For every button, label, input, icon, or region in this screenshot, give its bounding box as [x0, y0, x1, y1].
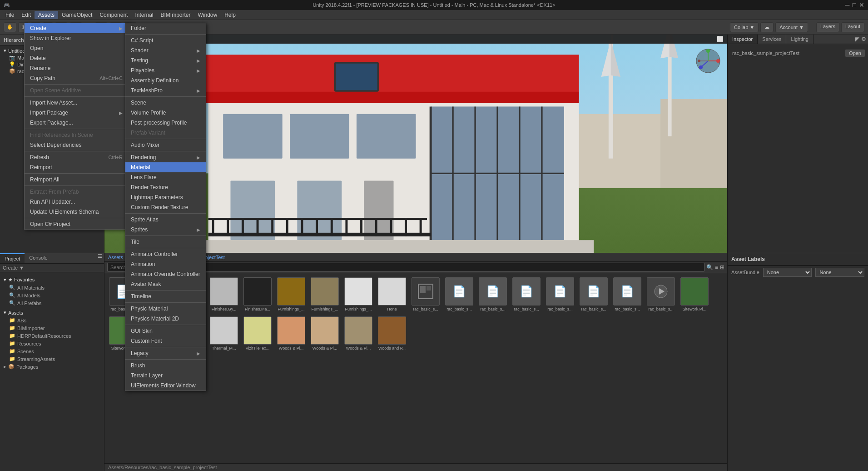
ctx-create-rendering[interactable]: Rendering▶	[125, 152, 206, 162]
ctx-create-textmeshpro[interactable]: TextMeshPro▶	[125, 85, 206, 95]
tab-services[interactable]: Services	[758, 35, 786, 44]
asset-woods-2[interactable]: Woods & Pl...	[309, 315, 341, 352]
asset-rac-play[interactable]: rac_basic_s...	[645, 276, 677, 313]
fav-materials[interactable]: 🔍 All Materials	[2, 284, 102, 291]
ctx-create-brush[interactable]: Brush	[125, 361, 206, 371]
ctx-create-sprite-atlas[interactable]: Sprite Atlas	[125, 215, 206, 225]
close-btn[interactable]: ✕	[859, 1, 864, 9]
folder-abs[interactable]: 📁 ABs	[2, 316, 102, 324]
asset-rac-file-2[interactable]: 📄 rac_basic_s...	[477, 276, 509, 313]
ctx-create-folder[interactable]: Folder	[125, 23, 206, 33]
maximize-btn[interactable]: □	[853, 1, 856, 9]
tab-project[interactable]: Project	[0, 253, 25, 263]
ctx-reimport-all[interactable]: Reimport All	[25, 175, 128, 185]
ctx-create-uielements[interactable]: UIElements Editor Window	[125, 381, 206, 391]
ctx-rename[interactable]: Rename	[25, 63, 128, 73]
favorites-header[interactable]: ▾ ★ Favorites	[2, 276, 102, 284]
ctx-create-avatar-mask[interactable]: Avatar Mask	[125, 279, 206, 289]
assets-header[interactable]: ▾ Assets	[2, 309, 102, 316]
ctx-create-material[interactable]: Material	[125, 162, 206, 172]
asset-finishes-ma[interactable]: Finishes.Ma...	[242, 276, 273, 313]
ctx-reimport[interactable]: Reimport	[25, 162, 128, 172]
ctx-create-anim-override[interactable]: Animator Override Controller	[125, 269, 206, 279]
menu-internal[interactable]: Internal	[131, 11, 157, 19]
asset-furnishings-3[interactable]: Furnishings_...	[342, 276, 374, 313]
ctx-create-physics2d[interactable]: Physics Material 2D	[125, 314, 206, 324]
ctx-create-audio-mixer[interactable]: Audio Mixer	[125, 140, 206, 150]
ctx-create-render-tex[interactable]: Render Texture	[125, 182, 206, 192]
ctx-refresh[interactable]: RefreshCtrl+R	[25, 152, 128, 162]
menu-component[interactable]: Component	[96, 11, 131, 19]
ctx-create-timeline[interactable]: Timeline	[125, 291, 206, 301]
ctx-create-postproc[interactable]: Post-processing Profile	[125, 118, 206, 128]
layers-btn[interactable]: Layers	[816, 22, 839, 32]
ctx-create-playables[interactable]: Playables▶	[125, 65, 206, 75]
asset-sitework-1[interactable]: Sitework.Pl...	[679, 276, 710, 313]
ctx-create-lens-flare[interactable]: Lens Flare	[125, 172, 206, 182]
asset-woods-and[interactable]: Woods and P...	[376, 315, 408, 352]
asset-rac-file-4[interactable]: 📄 rac_basic_s...	[544, 276, 576, 313]
breadcrumb-assets[interactable]: Assets	[108, 255, 123, 260]
ctx-run-api[interactable]: Run API Updater...	[25, 197, 128, 207]
asset-rac-file-6[interactable]: 📄 rac_basic_s...	[611, 276, 643, 313]
asset-rac-icon-1[interactable]: rac_basic_s...	[410, 276, 441, 313]
ctx-create-legacy[interactable]: Legacy▶	[125, 348, 206, 358]
cloud-btn[interactable]: ☁	[760, 22, 774, 32]
inspector-settings-icon[interactable]: ⚙	[861, 36, 866, 42]
ctx-import-new[interactable]: Import New Asset...	[25, 98, 128, 108]
asset-rac-file-3[interactable]: 📄 rac_basic_s...	[511, 276, 542, 313]
ctx-import-package[interactable]: Import Package▶	[25, 108, 128, 118]
folder-resources[interactable]: 📁 Resources	[2, 340, 102, 347]
collab-btn[interactable]: Collab ▼	[730, 22, 759, 32]
tab-inspector[interactable]: Inspector	[728, 35, 758, 44]
ctx-create-shader[interactable]: Shader▶	[125, 45, 206, 55]
asset-vizit[interactable]: VizitTileTex...	[242, 315, 273, 352]
ctx-open[interactable]: Open	[25, 43, 128, 53]
layout-btn[interactable]: Layout	[841, 22, 864, 32]
minimize-btn[interactable]: ─	[845, 1, 850, 9]
inspector-expand-icon[interactable]: ◤	[855, 36, 859, 42]
sort-icon[interactable]: ≡	[715, 264, 718, 271]
folder-bimimporter[interactable]: 📁 BIMImporter	[2, 324, 102, 332]
ctx-delete[interactable]: Delete	[25, 53, 128, 63]
hand-tool-btn[interactable]: ✋	[4, 22, 16, 32]
ctx-create-tile[interactable]: Tile	[125, 237, 206, 247]
menu-help[interactable]: Help	[221, 11, 239, 19]
menu-assets[interactable]: Assets	[35, 11, 58, 19]
maximize-viewport-icon[interactable]: ⬜	[717, 36, 724, 42]
ctx-show-explorer[interactable]: Show in Explorer	[25, 33, 128, 43]
menu-window[interactable]: Window	[194, 11, 221, 19]
asset-thermal[interactable]: Thermal_M...	[208, 315, 240, 352]
ctx-select-deps[interactable]: Select Dependencies	[25, 140, 128, 150]
ctx-create-assembly[interactable]: Assembly Definition	[125, 75, 206, 85]
asset-hone[interactable]: Hone	[376, 276, 408, 313]
menu-edit[interactable]: Edit	[18, 11, 35, 19]
asset-view-icon[interactable]: ⊞	[720, 264, 724, 271]
fav-prefabs[interactable]: 🔍 All Prefabs	[2, 299, 102, 307]
project-menu-btn[interactable]: ☰	[98, 253, 104, 263]
ctx-export-package[interactable]: Export Package...	[25, 118, 128, 128]
ctx-create-testing[interactable]: Testing▶	[125, 55, 206, 65]
ctx-create-lightmap[interactable]: Lightmap Parameters	[125, 192, 206, 202]
packages-folder[interactable]: ▸ 📦 Packages	[2, 363, 102, 371]
ctx-create-volume[interactable]: Volume Profile	[125, 108, 206, 118]
ctx-create-scene[interactable]: Scene	[125, 98, 206, 108]
ctx-copy-path[interactable]: Copy PathAlt+Ctrl+C	[25, 73, 128, 83]
asset-woods-3[interactable]: Woods & Pl...	[342, 315, 374, 352]
asset-finishes-gy[interactable]: Finishes.Gy...	[208, 276, 240, 313]
tab-console[interactable]: Console	[25, 253, 52, 263]
ctx-create-animation[interactable]: Animation	[125, 259, 206, 269]
inspector-open-btn[interactable]: Open	[845, 49, 865, 57]
asset-rac-file-1[interactable]: 📄 rac_basic_s...	[443, 276, 475, 313]
folder-streaming[interactable]: 📁 StreamingAssets	[2, 355, 102, 363]
ctx-create-terrain-layer[interactable]: Terrain Layer	[125, 371, 206, 381]
ctx-update-ui[interactable]: Update UIElements Schema	[25, 207, 128, 217]
menu-file[interactable]: File	[2, 11, 18, 19]
ctx-create-csharp[interactable]: C# Script	[125, 35, 206, 45]
asset-furnishings-1[interactable]: Furnishings_...	[275, 276, 307, 313]
menu-bimimporter[interactable]: BIMImporter	[157, 11, 194, 19]
asset-furnishings-2[interactable]: Furnishings_...	[309, 276, 341, 313]
folder-scenes[interactable]: 📁 Scenes	[2, 347, 102, 355]
folder-hdrp[interactable]: 📁 HDRPDefaultResources	[2, 332, 102, 340]
create-btn[interactable]: Create ▼	[3, 265, 24, 271]
